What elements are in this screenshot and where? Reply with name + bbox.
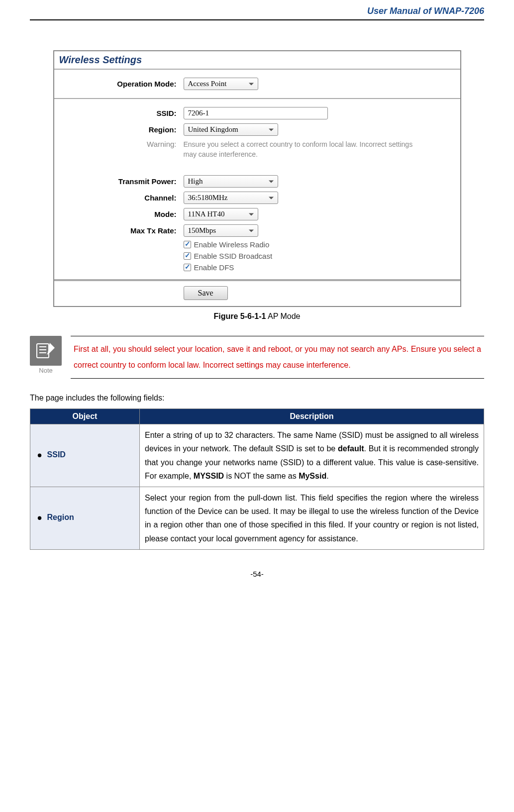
mode-label: Mode: [54,210,184,218]
note-icon-label: Note [30,366,62,374]
enable-wireless-radio-checkbox[interactable] [184,241,191,248]
figure-caption: Figure 5-6-1-1 AP Mode [30,312,484,321]
figure-text: AP Mode [266,312,300,320]
panel-title: Wireless Settings [54,51,460,70]
object-cell: • SSID [30,424,140,487]
svg-rect-0 [37,344,49,358]
description-cell: Select your region from the pull-down li… [140,487,484,549]
note-icon [30,336,62,366]
channel-label: Channel: [54,194,184,202]
note-block: Note First at all, you should select you… [30,336,484,379]
fields-intro: The page includes the following fields: [30,394,484,403]
max-tx-rate-label: Max Tx Rate: [54,226,184,235]
page-number: -54- [30,570,484,588]
enable-ssid-broadcast-checkbox[interactable] [184,252,191,260]
manual-title: User Manual of WNAP-7206 [367,6,484,16]
enable-dfs-checkbox[interactable] [184,264,191,271]
enable-dfs-label: Enable DFS [194,263,234,272]
figure-number: Figure 5-6-1-1 [213,312,266,320]
note-text: First at all, you should select your loc… [71,336,484,379]
wireless-settings-panel: Wireless Settings Operation Mode: Access… [53,50,461,307]
save-button[interactable]: Save [184,286,228,300]
enable-ssid-broadcast-label: Enable SSID Broadcast [194,252,273,260]
enable-wireless-radio-label: Enable Wireless Radio [194,240,270,249]
ssid-input[interactable]: 7206-1 [184,107,328,119]
description-cell: Enter a string of up to 32 characters. T… [140,424,484,487]
th-object: Object [30,409,140,424]
mode-select[interactable]: 11NA HT40 [184,208,258,220]
table-row: • RegionSelect your region from the pull… [30,487,484,549]
warning-text: Ensure you select a correct country to c… [184,140,422,159]
ssid-label: SSID: [54,109,184,117]
operation-mode-select[interactable]: Access Point [184,78,258,90]
region-label: Region: [54,125,184,134]
warning-label: Warning: [54,140,184,148]
object-cell: • Region [30,487,140,549]
region-select[interactable]: United Kingdom [184,123,278,136]
operation-mode-label: Operation Mode: [54,80,184,88]
page-header: User Manual of WNAP-7206 [30,0,484,20]
transmit-power-label: Transmit Power: [54,177,184,186]
channel-select[interactable]: 36:5180MHz [184,192,278,204]
transmit-power-select[interactable]: High [184,175,278,188]
fields-table: Object Description • SSIDEnter a string … [30,408,484,550]
max-tx-rate-select[interactable]: 150Mbps [184,224,258,237]
th-description: Description [140,409,484,424]
table-row: • SSIDEnter a string of up to 32 charact… [30,424,484,487]
